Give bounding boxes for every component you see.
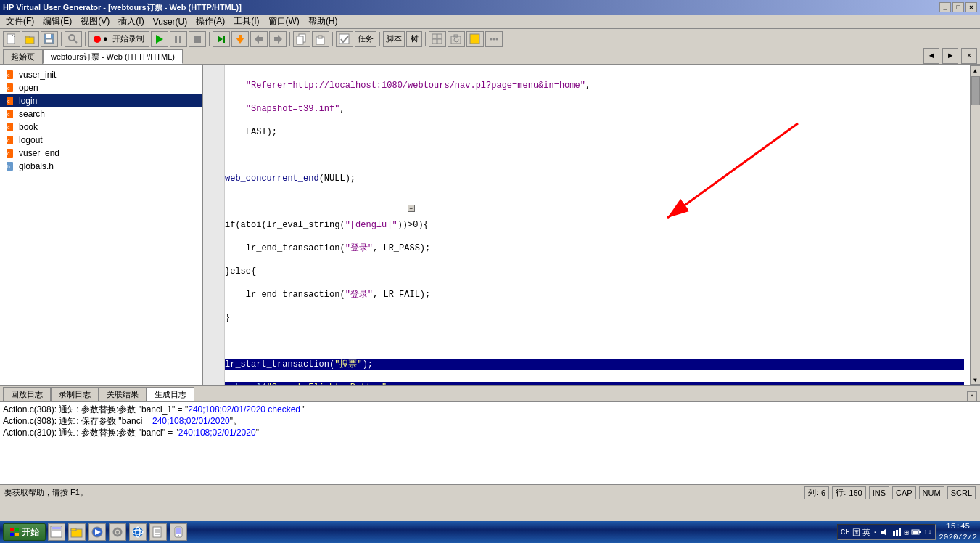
menu-help[interactable]: 帮助(H) xyxy=(304,14,342,29)
svg-rect-6 xyxy=(46,39,52,43)
script-button[interactable]: 脚本 xyxy=(383,31,405,47)
kbd-icon: 国 xyxy=(852,527,860,538)
task-button[interactable]: 任务 xyxy=(355,31,376,47)
help-btn2[interactable] xyxy=(466,31,484,47)
sidebar-item-search[interactable]: c search xyxy=(0,107,202,121)
svg-rect-27 xyxy=(437,34,442,38)
sidebar-item-vuser-end[interactable]: c vuser_end xyxy=(0,147,202,160)
sidebar-item-globals[interactable]: h globals.h xyxy=(0,160,202,173)
checkbox-button[interactable] xyxy=(336,31,353,47)
more-button[interactable] xyxy=(485,31,503,47)
browser-icon xyxy=(50,526,63,539)
menu-edit[interactable]: 编辑(E) xyxy=(38,14,76,29)
taskbar-icon-files[interactable] xyxy=(149,523,167,541)
close-button[interactable]: × xyxy=(965,2,977,12)
tab-close[interactable]: × xyxy=(961,48,977,64)
bottom-content: Action.c(308): 通知: 参数替换:参数 "banci_1" = "… xyxy=(0,402,980,484)
svg-rect-20 xyxy=(274,37,278,41)
tree-label: 树 xyxy=(411,33,419,44)
svg-text:c: c xyxy=(7,99,10,104)
code-text[interactable]: "Referer=http://localhost:1080/webtours/… xyxy=(225,65,970,385)
svg-rect-79 xyxy=(893,531,895,536)
grid-button[interactable] xyxy=(429,31,446,47)
sidebar-item-open[interactable]: c open xyxy=(0,81,202,94)
bottom-panel-close[interactable]: × xyxy=(967,391,977,401)
phone-icon xyxy=(172,526,185,539)
file-icon-login: c xyxy=(6,96,16,106)
copy-button[interactable] xyxy=(293,31,310,47)
taskbar-icon-settings[interactable] xyxy=(109,523,126,541)
new-button[interactable] xyxy=(3,31,20,47)
line-numbers xyxy=(203,65,225,385)
systray: CH 国 英 · ⊞ ↑↓ xyxy=(837,524,936,540)
menu-file[interactable]: 文件(F) xyxy=(1,14,38,29)
play-button[interactable] xyxy=(151,31,168,47)
scroll-track xyxy=(971,76,980,374)
bottom-tab-generation[interactable]: 生成日志 xyxy=(147,387,194,401)
sidebar-item-book[interactable]: c book xyxy=(0,121,202,134)
sidebar-item-logout[interactable]: c logout xyxy=(0,134,202,147)
record-icon xyxy=(94,36,101,43)
back-button[interactable] xyxy=(250,31,268,47)
paste-button[interactable] xyxy=(312,31,329,47)
menu-bar: 文件(F) 编辑(E) 视图(V) 插入(I) Vuser(U) 操作(A) 工… xyxy=(0,15,980,29)
maximize-button[interactable]: □ xyxy=(952,2,964,12)
sidebar-item-login[interactable]: c login xyxy=(0,94,202,107)
taskbar-icon-phone[interactable] xyxy=(170,523,187,541)
taskbar-icon-folder[interactable] xyxy=(68,523,86,541)
tab-next[interactable]: ► xyxy=(942,48,958,64)
bottom-tab-correlation[interactable]: 关联结果 xyxy=(99,387,147,401)
code-editor: "Referer=http://localhost:1080/webtours/… xyxy=(203,65,970,385)
menu-tools[interactable]: 工具(I) xyxy=(229,14,263,29)
taskbar-icon-browser[interactable] xyxy=(48,523,65,541)
close-panel-btn[interactable]: × xyxy=(967,391,977,401)
bottom-tab-playback[interactable]: 回放日志 xyxy=(3,387,51,401)
camera-button[interactable] xyxy=(448,31,465,47)
menu-window[interactable]: 窗口(W) xyxy=(264,14,304,29)
tree-button[interactable]: 树 xyxy=(406,31,422,47)
lang-indicator: CH xyxy=(841,528,850,536)
sep2 xyxy=(85,32,86,46)
taskbar-icon-ie[interactable] xyxy=(129,523,147,541)
taskbar-icon-media[interactable] xyxy=(88,523,106,541)
tab-webtours[interactable]: webtours订票 - Web (HTTP/HTML) xyxy=(43,49,183,64)
forward-button[interactable] xyxy=(269,31,287,47)
record-button[interactable]: ● 开始录制 xyxy=(88,31,149,47)
tab-nav[interactable]: ◄ ► × xyxy=(923,48,977,64)
save-button[interactable] xyxy=(41,31,58,47)
open-button[interactable] xyxy=(22,31,39,47)
menu-insert[interactable]: 插入(I) xyxy=(114,14,148,29)
settings-button[interactable] xyxy=(231,31,249,47)
stop-button[interactable] xyxy=(189,31,206,47)
sidebar-item-vuser-init[interactable]: c vuser_init xyxy=(0,68,202,81)
menu-vuser[interactable]: Vuser(U) xyxy=(149,15,192,28)
log-line-1: Action.c(308): 通知: 参数替换:参数 "banci_1" = "… xyxy=(3,404,977,415)
scroll-up[interactable]: ▲ xyxy=(971,65,981,75)
svg-rect-55 xyxy=(10,528,14,531)
title-bar-buttons[interactable]: _ □ × xyxy=(939,2,977,12)
tab-prev[interactable]: ◄ xyxy=(923,48,939,64)
scroll-thumb[interactable] xyxy=(971,76,980,105)
pause-button[interactable] xyxy=(170,31,187,47)
tab-home[interactable]: 起始页 xyxy=(3,49,43,64)
minimize-button[interactable]: _ xyxy=(939,2,951,12)
svg-rect-63 xyxy=(71,528,76,531)
menu-actions[interactable]: 操作(A) xyxy=(192,14,229,29)
window-title: HP Virtual User Generator - [webtours订票 … xyxy=(3,2,242,13)
find-button[interactable] xyxy=(65,31,82,47)
svg-rect-10 xyxy=(175,36,177,43)
scroll-down[interactable]: ▼ xyxy=(971,375,981,385)
bottom-tabs: 回放日志 录制日志 关联结果 生成日志 × xyxy=(0,386,980,402)
menu-view[interactable]: 视图(V) xyxy=(76,14,114,29)
collapse-btn-1[interactable]: − xyxy=(408,205,415,212)
svg-rect-76 xyxy=(176,528,181,534)
bottom-tab-recording[interactable]: 录制日志 xyxy=(51,387,99,401)
svg-point-36 xyxy=(496,38,498,40)
vertical-scrollbar[interactable]: ▲ ▼ xyxy=(970,65,980,385)
code-area[interactable]: "Referer=http://localhost:1080/webtours/… xyxy=(203,65,970,385)
svg-rect-81 xyxy=(899,528,901,536)
code-line-9: }else{ xyxy=(225,266,964,277)
start-button[interactable]: 开始 xyxy=(3,523,46,541)
step-button[interactable] xyxy=(213,31,230,47)
code-line-13: lr_start_transaction("搜票"); xyxy=(225,359,964,370)
